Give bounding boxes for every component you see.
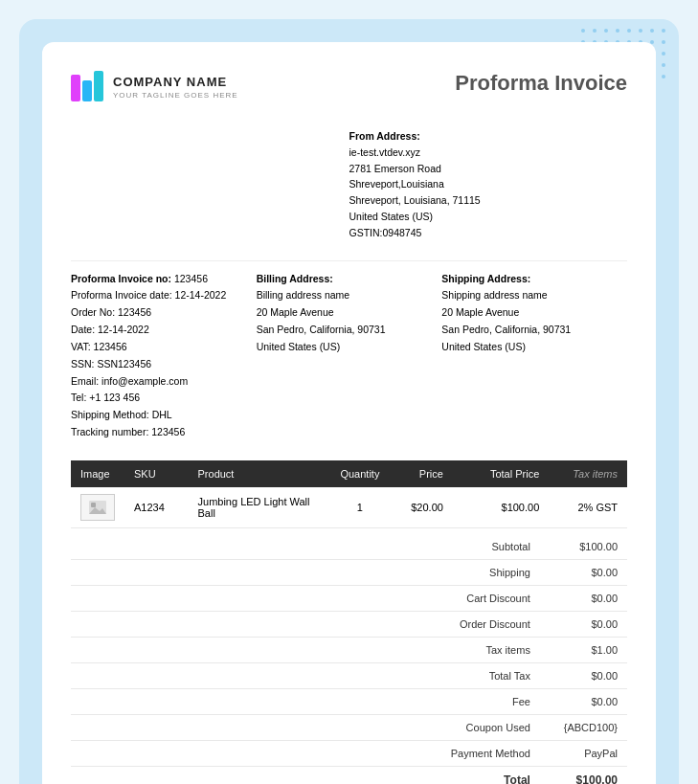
payment-method-row: Payment Method PayPal [71, 741, 627, 767]
payment-method-label: Payment Method [440, 741, 542, 767]
from-address-line-2: 2781 Emerson Road [349, 161, 628, 177]
vat-row: VAT: 123456 [71, 339, 257, 356]
invoice-title: Proforma Invoice [455, 71, 627, 96]
date-label: Date: [71, 324, 95, 335]
invoice-no-label: Proforma Invoice no: [71, 273, 171, 284]
email-value: info@example.com [101, 375, 188, 387]
shipping-value: $0.00 [542, 560, 627, 586]
shipping-address-label: Shipping Address: [441, 271, 627, 288]
billing-name: Billing address name [257, 287, 442, 304]
invoice-header: COMPANY NAME YOUR TAGLINE GOES HERE Prof… [71, 71, 627, 105]
invoice-date-label: Proforma Invoice date: [71, 289, 172, 301]
total-tax-row: Total Tax $0.00 [71, 663, 627, 689]
order-no-label: Order No: [71, 306, 115, 318]
invoice-no-row: Proforma Invoice no: 123456 [71, 271, 257, 288]
vat-label: VAT: [71, 341, 91, 352]
invoice-table: Image SKU Product Quantity Price Total P… [71, 460, 627, 528]
email-label: Email: [71, 375, 99, 387]
billing-street: 20 Maple Avenue [257, 304, 442, 322]
cart-discount-row: Cart Discount $0.00 [71, 586, 627, 612]
order-no-value: 123456 [118, 306, 151, 318]
image-placeholder-icon [89, 501, 106, 514]
fee-row: Fee $0.00 [71, 689, 627, 715]
company-text: COMPANY NAME YOUR TAGLINE GOES HERE [113, 75, 238, 101]
col-sku: SKU [124, 460, 189, 487]
col-tax-items: Tax items [549, 460, 627, 487]
company-name: COMPANY NAME [113, 75, 238, 91]
ssn-row: SSN: SSN123456 [71, 356, 257, 373]
tracking-value: 123456 [151, 426, 185, 437]
tel-value: +1 123 456 [89, 392, 140, 403]
ssn-value: SSN123456 [97, 358, 151, 370]
tracking-label: Tracking number: [71, 426, 148, 437]
summary-table: Subtotal $100.00 Shipping $0.00 Cart Dis… [71, 534, 627, 784]
col-image: Image [71, 460, 124, 487]
col-total-price: Total Price [453, 460, 549, 487]
shipping-method-row: Shipping Method: DHL [71, 407, 257, 424]
shipping-address-col: Shipping Address: Shipping address name … [441, 271, 627, 441]
invoice-card: COMPANY NAME YOUR TAGLINE GOES HERE Prof… [42, 42, 656, 784]
table-row: A1234 Jumbing LED Light Wall Ball 1 $20.… [71, 487, 627, 528]
date-value: 12-14-2022 [98, 324, 149, 335]
billing-address-col: Billing Address: Billing address name 20… [257, 271, 442, 441]
total-label: Total [440, 767, 542, 784]
company-logo-icon [71, 71, 105, 105]
from-address-line-3: Shreveport,Louisiana [349, 176, 628, 192]
fee-value: $0.00 [542, 689, 627, 715]
tax-items-value: $1.00 [542, 638, 627, 663]
billing-address-label: Billing Address: [257, 271, 442, 288]
tel-label: Tel: [71, 392, 86, 403]
invoice-date-value: 12-14-2022 [175, 289, 227, 301]
shipping-method-label: Shipping Method: [71, 409, 149, 420]
subtotal-value: $100.00 [542, 534, 627, 560]
email-row: Email: info@example.com [71, 373, 257, 391]
billing-city: San Pedro, California, 90731 [257, 322, 442, 339]
billing-country: United States (US) [257, 339, 442, 356]
order-discount-label: Order Discount [440, 612, 542, 638]
svg-rect-4 [91, 503, 96, 507]
from-address-section: From Address: ie-test.vtdev.xyz 2781 Eme… [71, 128, 627, 241]
fee-label: Fee [440, 689, 542, 715]
shipping-name: Shipping address name [441, 287, 627, 304]
coupon-label: Coupon Used [440, 715, 542, 741]
table-header-row: Image SKU Product Quantity Price Total P… [71, 460, 627, 487]
cell-product: Jumbing LED Light Wall Ball [189, 487, 324, 528]
tracking-row: Tracking number: 123456 [71, 424, 257, 441]
total-tax-label: Total Tax [440, 663, 542, 689]
subtotal-label: Subtotal [440, 534, 542, 560]
shipping-street: 20 Maple Avenue [441, 304, 627, 322]
coupon-row: Coupon Used {ABCD100} [71, 715, 627, 741]
total-tax-value: $0.00 [542, 663, 627, 689]
cell-quantity: 1 [324, 487, 396, 528]
cart-discount-value: $0.00 [542, 586, 627, 612]
from-address-line-5: United States (US) [349, 209, 628, 225]
shipping-row: Shipping $0.00 [71, 560, 627, 586]
tax-items-row: Tax items $1.00 [71, 638, 627, 663]
order-discount-row: Order Discount $0.00 [71, 612, 627, 638]
payment-method-value: PayPal [542, 741, 627, 767]
company-tagline: YOUR TAGLINE GOES HERE [113, 91, 238, 101]
date-row: Date: 12-14-2022 [71, 322, 257, 339]
product-image [80, 494, 115, 521]
shipping-country: United States (US) [441, 339, 627, 356]
total-row: Total $100.00 [71, 767, 627, 784]
total-value: $100.00 [542, 767, 627, 784]
order-no-row: Order No: 123456 [71, 304, 257, 322]
from-address-label: From Address: [349, 128, 628, 145]
cell-sku: A1234 [124, 487, 189, 528]
from-address-line-1: ie-test.vtdev.xyz [349, 145, 628, 161]
tax-items-label: Tax items [440, 638, 542, 663]
invoice-date-row: Proforma Invoice date: 12-14-2022 [71, 287, 257, 304]
invoice-no-value: 123456 [174, 273, 208, 284]
cart-discount-label: Cart Discount [440, 586, 542, 612]
shipping-city: San Pedro, California, 90731 [441, 322, 627, 339]
outer-background: document.write(Array(40).fill('<div clas… [19, 19, 679, 784]
shipping-method-value: DHL [152, 409, 172, 420]
from-address-block: From Address: ie-test.vtdev.xyz 2781 Eme… [349, 128, 628, 241]
order-discount-value: $0.00 [542, 612, 627, 638]
company-logo: COMPANY NAME YOUR TAGLINE GOES HERE [71, 71, 238, 105]
tel-row: Tel: +1 123 456 [71, 390, 257, 407]
invoice-details-col: Proforma Invoice no: 123456 Proforma Inv… [71, 271, 257, 441]
svg-rect-1 [82, 80, 92, 101]
from-address-line-4: Shreveport, Louisiana, 71115 [349, 192, 628, 209]
